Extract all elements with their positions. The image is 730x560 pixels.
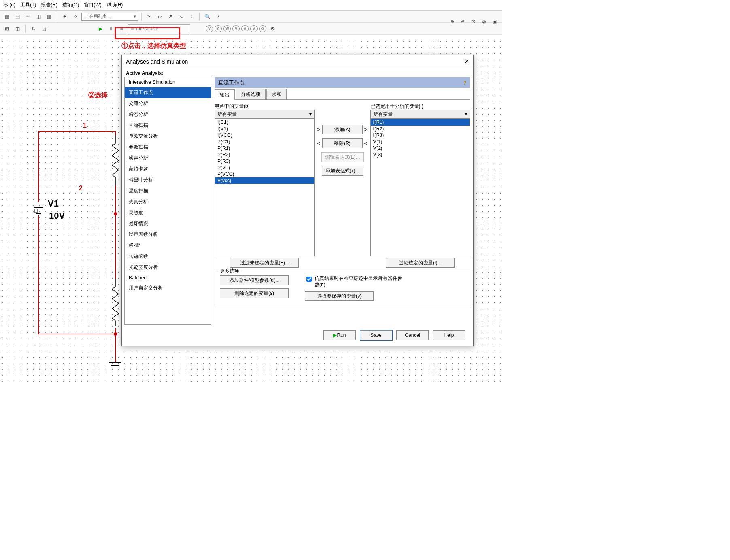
analysis-item[interactable]: 温度扫描 (125, 185, 211, 196)
analysis-item[interactable]: 用户自定义分析 (125, 283, 211, 294)
tb-icon-8[interactable]: ✂ (145, 12, 154, 21)
probe-v-icon[interactable]: V (206, 25, 213, 32)
analysis-item[interactable]: 光迹宽度分析 (125, 262, 211, 273)
analysis-item[interactable]: 参数扫描 (125, 142, 211, 153)
delete-selected-var-button[interactable]: 删除选定的变量(s) (220, 288, 289, 298)
filter-selected-button[interactable]: 过滤选定的变量(I)... (386, 258, 455, 268)
tb-icon-5[interactable]: ▥ (45, 12, 53, 21)
tb-icon-12[interactable]: ↕ (187, 12, 196, 21)
tb-icon-7[interactable]: ✧ (71, 12, 80, 21)
selected-vars-list[interactable]: I(R1) I(R2) I(R3) V(1) V(2) V(3) (370, 119, 470, 256)
zoom-area-icon[interactable]: ◎ (479, 17, 488, 26)
var-item-selected[interactable]: V(vcc) (215, 177, 314, 184)
menu-window[interactable]: 窗口(W) (84, 2, 101, 9)
tab-output[interactable]: 输出 (215, 89, 235, 100)
var-item[interactable]: P(R1) (215, 145, 314, 151)
analysis-item[interactable]: 瞬态分析 (125, 109, 211, 120)
analysis-item[interactable]: Batched (125, 273, 211, 283)
analysis-item[interactable]: 噪声分析 (125, 153, 211, 164)
probe-v2-icon[interactable]: V (232, 25, 240, 32)
tb2-icon-2[interactable]: ◫ (13, 24, 22, 33)
analysis-item[interactable]: 交流分析 (125, 98, 211, 109)
var-item[interactable]: P(R3) (215, 158, 314, 164)
save-button[interactable]: Save (360, 330, 392, 340)
tb-icon-14[interactable]: ? (213, 12, 222, 21)
tb-icon-3[interactable]: 〰 (23, 12, 32, 21)
tab-summary[interactable]: 求和 (266, 89, 287, 99)
zoom-fit-icon[interactable]: ⊙ (469, 17, 478, 26)
analysis-item[interactable]: Interactive Simulation (125, 77, 211, 87)
add-model-param-button[interactable]: 添加器件/模型参数(d)... (220, 275, 289, 285)
tb-icon-6[interactable]: ✦ (60, 12, 69, 21)
interactive-field[interactable]: Interactive (128, 24, 190, 33)
help-icon[interactable]: ? (463, 80, 466, 86)
var-item[interactable]: P(V1) (215, 164, 314, 171)
tb-icon-4[interactable]: ◫ (34, 12, 43, 21)
available-vars-list[interactable]: I(C1) I(V1) I(VCC) P(C1) P(R1) P(R2) P(R… (215, 119, 315, 256)
tb-icon-11[interactable]: ↘ (177, 12, 185, 21)
gear-icon[interactable]: ⚙ (268, 24, 277, 33)
show-all-params-checkbox[interactable]: 仿真结束时在检查踪迹中显示所有器件参数(h) (305, 275, 402, 288)
tb-icon-13[interactable]: 🔍 (203, 12, 212, 21)
inuse-dropdown[interactable]: --- 在用列表 --- (81, 13, 138, 21)
analysis-item[interactable]: 噪声因数分析 (125, 229, 211, 240)
var-item[interactable]: P(R2) (215, 151, 314, 158)
menu-move[interactable]: 移 (n) (3, 2, 15, 9)
var-item[interactable]: I(C1) (215, 119, 314, 126)
selected-var-item[interactable]: V(2) (371, 145, 470, 151)
tb-icon-10[interactable]: ↗ (166, 12, 175, 21)
select-save-vars-button[interactable]: 选择要保存的变量(v) (305, 291, 374, 301)
fullscreen-icon[interactable]: ▣ (490, 17, 499, 26)
add-button[interactable]: 添加(A) (322, 125, 363, 134)
help-button[interactable]: Help (433, 330, 465, 340)
probe-w-icon[interactable]: W (223, 25, 231, 32)
selected-var-item[interactable]: V(3) (371, 151, 470, 158)
probe-a-icon[interactable]: A (215, 25, 222, 32)
analysis-item[interactable]: 蒙特卡罗 (125, 164, 211, 175)
run-button[interactable]: Run (323, 330, 356, 340)
probe-v3-icon[interactable]: V (250, 25, 258, 32)
filter-unselected-button[interactable]: 过滤未选定的变量(F)... (230, 258, 299, 268)
tb2-icon-4[interactable]: ◿ (39, 24, 48, 33)
var-item[interactable]: P(C1) (215, 138, 314, 145)
var-item[interactable]: I(V1) (215, 126, 314, 132)
analysis-item[interactable]: 傅里叶分析 (125, 175, 211, 185)
analysis-item[interactable]: 极-零 (125, 240, 211, 251)
pause-icon[interactable]: ⏸ (106, 24, 115, 33)
right-filter-dropdown[interactable]: 所有变量 (370, 110, 470, 119)
remove-button[interactable]: 移除(R) (322, 138, 363, 148)
close-icon[interactable]: ✕ (464, 57, 469, 65)
menu-tools[interactable]: 工具(T) (20, 2, 36, 9)
stop-icon[interactable]: ■ (117, 24, 126, 33)
show-all-params-input[interactable] (306, 277, 312, 282)
tb2-icon-1[interactable]: ⊞ (2, 24, 11, 33)
var-item[interactable]: I(VCC) (215, 132, 314, 138)
selected-var-item[interactable]: I(R1) (371, 119, 470, 126)
menu-options[interactable]: 选项(O) (62, 2, 79, 9)
analysis-item[interactable]: 失真分析 (125, 196, 211, 207)
selected-var-item[interactable]: I(R3) (371, 132, 470, 138)
tb-icon-1[interactable]: ▦ (2, 12, 11, 21)
add-expr-button[interactable]: 添加表达式(x)... (322, 166, 363, 176)
var-item[interactable]: P(VCC) (215, 171, 314, 177)
tb-icon-2[interactable]: ▤ (13, 12, 22, 21)
analysis-item[interactable]: 直流扫描 (125, 120, 211, 131)
analysis-item[interactable]: 单频交流分析 (125, 131, 211, 142)
analysis-item-selected[interactable]: 直流工作点 (125, 87, 211, 98)
analysis-item[interactable]: 最坏情况 (125, 218, 211, 229)
tb2-icon-3[interactable]: ⇅ (29, 24, 38, 33)
menu-report[interactable]: 报告(R) (41, 2, 57, 9)
left-filter-dropdown[interactable]: 所有变量 (215, 110, 315, 119)
zoom-out-icon[interactable]: ⊖ (458, 17, 467, 26)
selected-var-item[interactable]: V(1) (371, 138, 470, 145)
zoom-in-icon[interactable]: ⊕ (448, 17, 457, 26)
probe-a2-icon[interactable]: A (241, 25, 249, 32)
analysis-item[interactable]: 传递函数 (125, 251, 211, 262)
tb-icon-9[interactable]: ↦ (155, 12, 164, 21)
cancel-button[interactable]: Cancel (396, 330, 429, 340)
probe-o-icon[interactable]: ⟳ (259, 25, 266, 32)
tab-options[interactable]: 分析选项 (236, 89, 266, 99)
analysis-type-list[interactable]: Interactive Simulation 直流工作点 交流分析 瞬态分析 直… (124, 77, 211, 325)
selected-var-item[interactable]: I(R2) (371, 126, 470, 132)
menu-help[interactable]: 帮助(H) (106, 2, 123, 9)
